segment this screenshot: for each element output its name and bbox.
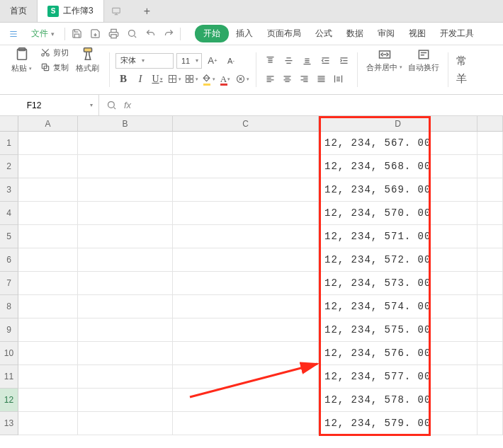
cell[interactable] [78,155,173,178]
cell[interactable] [173,272,319,295]
row-header[interactable]: 11 [0,365,18,389]
ribbon-tab-view[interactable]: 视图 [402,23,433,44]
wrap-text-button[interactable]: 自动换行 [405,46,442,74]
select-all-corner[interactable] [0,116,18,131]
cell[interactable] [477,295,503,318]
cell[interactable] [18,412,78,435]
cell[interactable] [78,342,173,365]
app-menu-button[interactable] [3,26,24,42]
align-left-button[interactable] [262,71,278,87]
format-painter-button[interactable]: 格式刷 [72,45,103,75]
cell[interactable] [78,248,173,272]
merge-center-button[interactable]: 合并居中▾ [363,46,405,74]
borders-button[interactable]: ▾ [166,71,182,87]
cell[interactable] [173,132,319,155]
cell[interactable]: 12, 234, 576. 00 [319,342,477,365]
cell[interactable] [78,318,173,342]
name-box[interactable]: ▾ [0,95,99,115]
redo-icon[interactable] [162,27,176,41]
col-header-D[interactable]: D [319,116,477,131]
ribbon-tab-review[interactable]: 审阅 [371,23,402,44]
row-header[interactable]: 12 [0,389,18,412]
cell[interactable] [173,318,319,342]
decrease-font-button[interactable]: A- [223,53,239,69]
cell[interactable] [18,389,78,412]
cell[interactable]: 12, 234, 577. 00 [319,365,477,389]
cell[interactable] [78,178,173,202]
row-header[interactable]: 13 [0,412,18,435]
cell[interactable] [78,225,173,248]
cell[interactable] [173,248,319,272]
row-header[interactable]: 7 [0,272,18,295]
font-size-select[interactable]: 11 ▾ [176,53,202,69]
row-header[interactable]: 3 [0,178,18,202]
cell[interactable] [78,295,173,318]
row-header[interactable]: 9 [0,318,18,342]
tab-workbook[interactable]: S 工作簿3 [38,0,104,22]
ribbon-tab-devtools[interactable]: 开发工具 [433,23,481,44]
cell[interactable] [173,412,319,435]
cell[interactable] [477,155,503,178]
cell[interactable] [477,132,503,155]
cell[interactable]: 12, 234, 567. 00 [319,132,477,155]
cell[interactable] [78,132,173,155]
bold-button[interactable]: B [115,71,131,87]
cell[interactable] [78,365,173,389]
cell[interactable] [18,248,78,272]
decrease-indent-button[interactable] [317,53,333,69]
cell[interactable] [477,318,503,342]
cell[interactable]: 12, 234, 569. 00 [319,178,477,202]
row-header[interactable]: 8 [0,295,18,318]
col-header-A[interactable]: A [18,116,78,131]
col-header-C[interactable]: C [173,116,319,131]
cell[interactable]: 12, 234, 575. 00 [319,318,477,342]
print-preview-icon[interactable] [125,27,139,41]
cell[interactable]: 12, 234, 578. 00 [319,389,477,412]
fx-label[interactable]: fx [124,100,131,110]
cell[interactable] [18,155,78,178]
cell[interactable] [477,365,503,389]
cell[interactable] [18,295,78,318]
cell[interactable] [78,202,173,225]
row-header[interactable]: 2 [0,155,18,178]
cell[interactable] [477,342,503,365]
ribbon-tab-insert[interactable]: 插入 [229,23,260,44]
align-bottom-button[interactable] [299,53,315,69]
align-middle-button[interactable] [281,53,296,69]
align-right-button[interactable] [296,71,312,87]
cell[interactable]: 12, 234, 572. 00 [319,248,477,272]
row-header[interactable]: 5 [0,225,18,248]
font-name-select[interactable]: 宋体 ▾ [115,53,174,69]
cell[interactable]: 12, 234, 571. 00 [319,225,477,248]
cell[interactable] [477,178,503,202]
cell[interactable] [173,295,319,318]
copy-button[interactable]: 复制 [39,62,70,74]
cell[interactable] [18,202,78,225]
font-color-button[interactable]: A ▾ [217,71,233,87]
search-icon[interactable] [106,100,117,110]
cell[interactable] [173,225,319,248]
cell[interactable] [18,132,78,155]
cell[interactable] [477,412,503,435]
row-header[interactable]: 6 [0,248,18,272]
file-menu[interactable]: 文件 ▾ [26,25,60,42]
cell[interactable] [78,389,173,412]
cell[interactable] [173,342,319,365]
cell[interactable] [78,412,173,435]
ribbon-tab-start[interactable]: 开始 [195,25,229,42]
cell[interactable] [477,225,503,248]
underline-button[interactable]: U▾ [149,71,165,87]
cell[interactable] [173,389,319,412]
cell[interactable]: 12, 234, 579. 00 [319,412,477,435]
cell[interactable] [18,365,78,389]
cell[interactable] [18,342,78,365]
cell[interactable] [173,178,319,202]
cell[interactable]: 12, 234, 570. 00 [319,202,477,225]
align-top-button[interactable] [262,53,278,69]
cell[interactable] [18,318,78,342]
row-header[interactable]: 10 [0,342,18,365]
cell[interactable] [477,202,503,225]
col-header-extra[interactable] [477,116,503,131]
cell[interactable] [173,365,319,389]
justify-button[interactable] [313,71,329,87]
